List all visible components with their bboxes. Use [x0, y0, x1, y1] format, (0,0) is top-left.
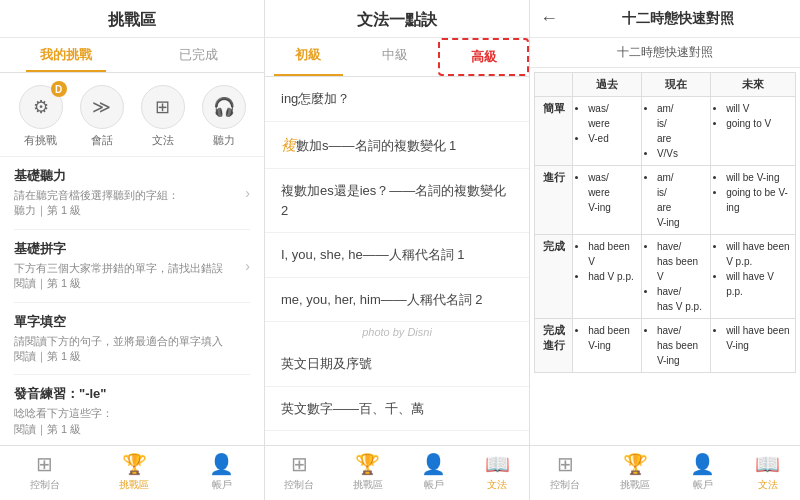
- challenge-title-2: 單字填空: [14, 313, 250, 331]
- nav-item-console[interactable]: ⊞ 控制台: [30, 452, 60, 492]
- nav-label-challenges-mid: 挑戰區: [353, 478, 383, 492]
- list-item[interactable]: 基礎拼字 下方有三個大家常拼錯的單字，請找出錯誤閱讀｜第 1 級 ›: [14, 230, 250, 303]
- nav-item-console-right[interactable]: ⊞ 控制台: [550, 452, 580, 492]
- nav-label-grammar-right: 文法: [758, 478, 778, 492]
- tab-my-challenges[interactable]: 我的挑戰: [0, 38, 132, 72]
- list-item[interactable]: 發音練習："-le" 唸唸看下方這些字：閱讀｜第 1 級: [14, 375, 250, 445]
- arrow-icon-1: ›: [245, 258, 250, 274]
- nav-item-challenges-mid[interactable]: 🏆 挑戰區: [353, 452, 383, 492]
- nav-label-challenges: 挑戰區: [119, 478, 149, 492]
- icon-item-grammar[interactable]: ⊞ 文法: [141, 85, 185, 148]
- console-icon-right: ⊞: [557, 452, 574, 476]
- grammar-list: ing怎麼加？ 複數加s——名詞的複數變化 1 複數加es還是ies？——名詞的…: [265, 77, 529, 445]
- list-item[interactable]: 複數加es還是ies？——名詞的複數變化 2: [265, 169, 529, 233]
- list-item[interactable]: 英文日期及序號: [265, 342, 529, 387]
- nav-label-grammar-mid: 文法: [487, 478, 507, 492]
- tab-completed[interactable]: 已完成: [132, 38, 264, 72]
- account-icon-right: 👤: [690, 452, 715, 476]
- list-item[interactable]: 單字填空 請閱讀下方的句子，並將最適合的單字填入閱讀｜第 1 級: [14, 303, 250, 376]
- nav-item-account[interactable]: 👤 帳戶: [209, 452, 234, 492]
- cell-simple-past: was/were V-ed: [573, 97, 642, 166]
- nav-item-account-mid[interactable]: 👤 帳戶: [421, 452, 446, 492]
- icon-row: ⚙ D 有挑戰 ≫ 會話 ⊞ 文法 🎧 聽力: [0, 73, 264, 157]
- mid-tabs: 初級 中級 高級: [265, 38, 529, 77]
- right-subtitle: 十二時態快速對照: [530, 38, 800, 68]
- left-panel: 挑戰區 我的挑戰 已完成 ⚙ D 有挑戰 ≫ 會話 ⊞ 文法 🎧 聽力 基礎聽力: [0, 0, 265, 500]
- list-item[interactable]: ing怎麼加？: [265, 77, 529, 122]
- list-item[interactable]: I, you, she, he——人稱代名詞 1: [265, 233, 529, 278]
- row-header-perfect-prog: 完成進行: [535, 319, 573, 373]
- list-item[interactable]: 複數加s——名詞的複數變化 1: [265, 122, 529, 170]
- challenge-desc-3: 唸唸看下方這些字：閱讀｜第 1 級: [14, 406, 250, 437]
- nav-label-account-right: 帳戶: [693, 478, 713, 492]
- nav-item-grammar-mid[interactable]: 📖 文法: [485, 452, 510, 492]
- nav-label-challenges-right: 挑戰區: [620, 478, 650, 492]
- nav-label-account-mid: 帳戶: [424, 478, 444, 492]
- cell-simple-future: will V going to V: [711, 97, 796, 166]
- icon-label-challenges: 有挑戰: [24, 133, 57, 148]
- icon-label-grammar: 文法: [152, 133, 174, 148]
- cell-perfprog-present: have/has been V-ing: [641, 319, 710, 373]
- table-row: 完成 had been V had V p.p. have/has been V…: [535, 235, 796, 319]
- cell-perf-future: will have been V p.p. will have V p.p.: [711, 235, 796, 319]
- arrow-icon-0: ›: [245, 185, 250, 201]
- italic-letter: 複: [281, 136, 296, 153]
- nav-item-account-right[interactable]: 👤 帳戶: [690, 452, 715, 492]
- icon-item-conversation[interactable]: ≫ 會話: [80, 85, 124, 148]
- tense-grid: 過去 現在 未來 簡單 was/were V-ed: [534, 72, 796, 373]
- tab-advanced[interactable]: 高級: [438, 38, 529, 76]
- challenge-list: 基礎聽力 請在聽完音檔後選擇聽到的字組：聽力｜第 1 級 › 基礎拼字 下方有三…: [0, 157, 264, 445]
- back-arrow-icon[interactable]: ←: [540, 8, 558, 29]
- challenges-icon-right: 🏆: [623, 452, 648, 476]
- cell-perfprog-future: will have been V-ing: [711, 319, 796, 373]
- table-row: 進行 was/wereV-ing am/is/areV-ing will b: [535, 166, 796, 235]
- cell-simple-present: am/is/are V/Vs: [641, 97, 710, 166]
- nav-label-console-right: 控制台: [550, 478, 580, 492]
- challenge-desc-2: 請閱讀下方的句子，並將最適合的單字填入閱讀｜第 1 級: [14, 334, 250, 365]
- tab-intermediate[interactable]: 中級: [352, 38, 439, 76]
- left-tabs: 我的挑戰 已完成: [0, 38, 264, 73]
- account-icon-mid: 👤: [421, 452, 446, 476]
- mid-bottom-nav: ⊞ 控制台 🏆 挑戰區 👤 帳戶 📖 文法: [265, 445, 529, 500]
- icon-item-challenges[interactable]: ⚙ D 有挑戰: [19, 85, 63, 148]
- row-header-simple: 簡單: [535, 97, 573, 166]
- challenge-title-0: 基礎聽力: [14, 167, 245, 185]
- icon-label-conversation: 會話: [91, 133, 113, 148]
- list-item[interactable]: 英文數字——百、千、萬: [265, 387, 529, 432]
- nav-item-challenges[interactable]: 🏆 挑戰區: [119, 452, 149, 492]
- middle-panel: 文法一點訣 初級 中級 高級 ing怎麼加？ 複數加s——名詞的複數變化 1 複…: [265, 0, 530, 500]
- tense-table: 過去 現在 未來 簡單 was/were V-ed: [530, 68, 800, 445]
- mid-header: 文法一點訣: [265, 0, 529, 38]
- watermark: photo by Disni: [265, 322, 529, 342]
- row-header-perfect: 完成: [535, 235, 573, 319]
- account-icon: 👤: [209, 452, 234, 476]
- challenges-nav-icon: 🏆: [122, 452, 147, 476]
- list-item[interactable]: me, you, her, him——人稱代名詞 2: [265, 278, 529, 323]
- challenge-desc-0: 請在聽完音檔後選擇聽到的字組：聽力｜第 1 級: [14, 188, 245, 219]
- nav-label-account: 帳戶: [212, 478, 232, 492]
- tab-beginner[interactable]: 初級: [265, 38, 352, 76]
- col-header-empty: [535, 73, 573, 97]
- nav-item-console-mid[interactable]: ⊞ 控制台: [284, 452, 314, 492]
- grammar-icon-mid: 📖: [485, 452, 510, 476]
- col-header-past: 過去: [573, 73, 642, 97]
- table-row: 簡單 was/were V-ed am/is/are V/Vs: [535, 97, 796, 166]
- cell-perf-past: had been V had V p.p.: [573, 235, 642, 319]
- right-title: 十二時態快速對照: [566, 10, 790, 28]
- icon-item-listening[interactable]: 🎧 聽力: [202, 85, 246, 148]
- challenges-icon-mid: 🏆: [355, 452, 380, 476]
- table-row: 完成進行 had been V-ing have/has been V-ing: [535, 319, 796, 373]
- left-header: 挑戰區: [0, 0, 264, 38]
- nav-label-console-mid: 控制台: [284, 478, 314, 492]
- cell-prog-past: was/wereV-ing: [573, 166, 642, 235]
- challenge-title-3: 發音練習："-le": [14, 385, 250, 403]
- grammar-icon: ⊞: [141, 85, 185, 129]
- conversation-icon: ≫: [80, 85, 124, 129]
- row-header-progressive: 進行: [535, 166, 573, 235]
- nav-item-challenges-right[interactable]: 🏆 挑戰區: [620, 452, 650, 492]
- col-header-future: 未來: [711, 73, 796, 97]
- nav-item-grammar-right[interactable]: 📖 文法: [755, 452, 780, 492]
- cell-perfprog-past: had been V-ing: [573, 319, 642, 373]
- list-item[interactable]: 基礎聽力 請在聽完音檔後選擇聽到的字組：聽力｜第 1 級 ›: [14, 157, 250, 230]
- right-bottom-nav: ⊞ 控制台 🏆 挑戰區 👤 帳戶 📖 文法: [530, 445, 800, 500]
